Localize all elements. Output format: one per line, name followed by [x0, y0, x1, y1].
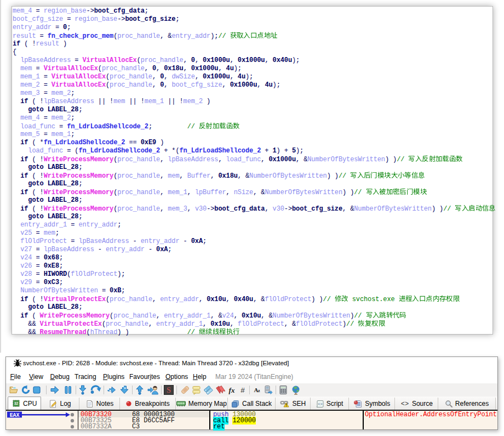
- svg-text:<>: <>: [318, 402, 322, 406]
- svg-text:z: z: [258, 388, 260, 393]
- svg-text:32: 32: [14, 401, 19, 405]
- svg-text:<>: <>: [401, 400, 409, 407]
- svg-text:EAX: EAX: [10, 412, 20, 418]
- svg-text:!: !: [286, 403, 287, 407]
- svg-text:#: #: [240, 386, 245, 394]
- svg-text:S: S: [167, 386, 171, 394]
- svg-text:fx: fx: [229, 386, 235, 394]
